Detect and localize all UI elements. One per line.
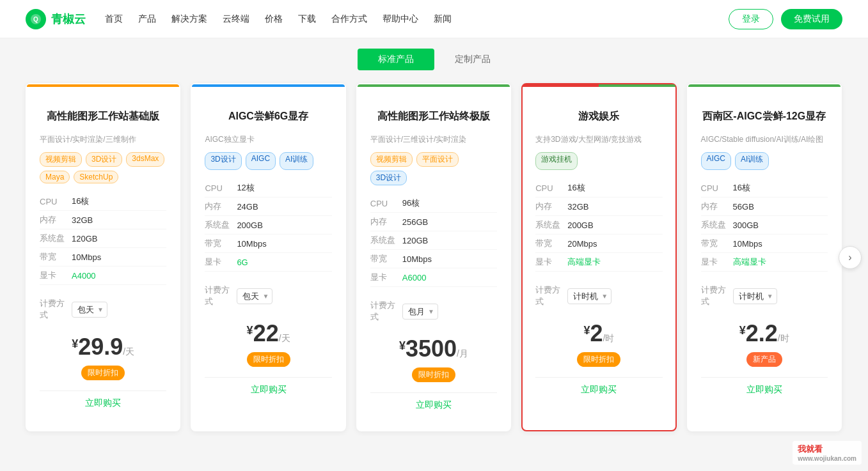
price-section: ¥22/天	[205, 320, 331, 347]
spec-label: CPU	[205, 183, 237, 193]
login-button[interactable]: 登录	[729, 9, 773, 29]
spec-value: A6000	[402, 273, 427, 282]
billing-label: 计费方式	[40, 298, 72, 321]
buy-button[interactable]: 立即购买	[205, 377, 331, 402]
spec-value: 120GB	[402, 236, 428, 245]
billing-row: 计费方式 计时机	[535, 279, 662, 313]
spec-label: 系统盘	[205, 219, 237, 231]
card-specs: CPU 96核 内存 256GB 系统盘 120GB 带宽 10Mbps	[370, 194, 497, 287]
spec-value: 96核	[402, 197, 420, 209]
nav-cloud-terminal[interactable]: 云终端	[223, 11, 249, 27]
price-display: ¥29.9/天	[40, 334, 166, 360]
buy-button[interactable]: 立即购买	[40, 390, 166, 415]
price-display: ¥22/天	[205, 320, 331, 347]
logo-icon: Q	[26, 9, 46, 29]
yuan-symbol: ¥	[739, 324, 746, 337]
spec-label: 系统盘	[40, 233, 72, 244]
card-subtitle: 平面设计/实时渲染/三维制作	[40, 134, 166, 146]
spec-row: 显卡 高端显卡	[535, 253, 662, 272]
buy-button[interactable]: 立即购买	[701, 377, 828, 402]
spec-label: 系统盘	[370, 235, 402, 246]
billing-select-wrapper: 包天	[237, 288, 272, 304]
next-button[interactable]: ›	[839, 246, 862, 269]
svg-text:Q: Q	[33, 16, 38, 23]
tag: AIGC	[701, 152, 731, 170]
billing-select[interactable]: 包月	[402, 304, 438, 320]
spec-value: 高端显卡	[567, 256, 601, 268]
billing-select[interactable]: 计时机	[567, 288, 612, 304]
discount-badge: 限时折扣	[412, 367, 455, 382]
price-number: ¥3500	[399, 336, 457, 362]
card-tags: 3D设计AIGCAI训练	[205, 152, 331, 170]
tab-custom[interactable]: 定制产品	[434, 49, 511, 70]
tag: 平面设计	[416, 152, 459, 167]
nav-help[interactable]: 帮助中心	[383, 11, 418, 27]
spec-label: 带宽	[535, 238, 567, 249]
spec-row: 系统盘 120GB	[40, 229, 166, 248]
spec-label: 带宽	[370, 253, 402, 265]
spec-row: 内存 32GB	[535, 197, 662, 216]
nav-home[interactable]: 首页	[105, 11, 123, 27]
billing-row: 计费方式 包天	[40, 293, 166, 326]
trial-button[interactable]: 免费试用	[781, 9, 842, 29]
billing-select[interactable]: 包天	[72, 302, 107, 318]
spec-value: 120GB	[72, 234, 97, 243]
spec-label: CPU	[370, 199, 402, 208]
buy-button[interactable]: 立即购买	[370, 392, 497, 417]
nav-solutions[interactable]: 解决方案	[171, 11, 207, 27]
spec-value: 高端显卡	[733, 256, 766, 268]
price-section: ¥3500/月	[370, 336, 497, 362]
billing-select[interactable]: 计时机	[733, 288, 777, 304]
card-top-bar	[192, 84, 344, 87]
spec-value: 10Mbps	[72, 252, 101, 262]
spec-row: 内存 24GB	[205, 197, 331, 216]
spec-row: 内存 32GB	[40, 211, 166, 229]
spec-row: 显卡 A6000	[370, 268, 497, 287]
tag: AI训练	[735, 152, 769, 170]
nav-news[interactable]: 新闻	[434, 11, 452, 27]
billing-label: 计费方式	[205, 284, 237, 307]
spec-row: 内存 56GB	[701, 197, 828, 216]
spec-value: 10Mbps	[237, 239, 266, 249]
spec-label: 内存	[535, 201, 567, 212]
billing-select-wrapper: 计时机	[733, 288, 777, 304]
spec-row: 带宽 10Mbps	[205, 235, 331, 253]
product-card-1: 高性能图形工作站基础版 平面设计/实时渲染/三维制作 视频剪辑3D设计3dsMa…	[26, 83, 180, 431]
watermark: 我就看 www.wojiukan.com	[793, 441, 862, 444]
nav-cooperation[interactable]: 合作方式	[331, 11, 367, 27]
billing-label: 计费方式	[535, 284, 567, 307]
card-subtitle: AIGC/Stable diffusion/AI训练/AI绘图	[701, 134, 828, 146]
nav-download[interactable]: 下载	[298, 11, 316, 27]
card-tags: 视频剪辑3D设计3dsMaxMayaSketchUp	[40, 152, 166, 183]
card-title: 高性能图形工作站基础版	[40, 102, 166, 130]
billing-select-wrapper: 包月	[402, 304, 438, 320]
price-section: ¥29.9/天	[40, 334, 166, 360]
spec-label: 带宽	[205, 238, 237, 249]
spec-value: 32GB	[567, 202, 588, 212]
price-unit: /天	[279, 333, 290, 343]
card-top-bar	[523, 84, 675, 87]
buy-button[interactable]: 立即购买	[535, 377, 662, 402]
spec-value: 10Mbps	[402, 254, 432, 264]
nav-products[interactable]: 产品	[138, 11, 156, 27]
billing-select[interactable]: 包天	[237, 288, 272, 304]
yuan-symbol: ¥	[583, 324, 590, 337]
card-title: AIGC尝鲜6G显存	[205, 102, 331, 130]
tag: AIGC	[246, 152, 276, 170]
price-number: ¥2	[583, 320, 603, 346]
card-top-bar	[27, 84, 179, 87]
tag: 游戏挂机	[535, 152, 578, 170]
product-card-2: AIGC尝鲜6G显存 AIGC独立显卡 3D设计AIGCAI训练 CPU 12核…	[191, 83, 345, 431]
spec-row: 内存 256GB	[370, 213, 497, 231]
price-number: ¥22	[247, 320, 279, 346]
yuan-symbol: ¥	[399, 339, 406, 353]
tab-standard[interactable]: 标准产品	[358, 49, 434, 70]
card-tags: 游戏挂机	[535, 152, 662, 170]
spec-value: 16核	[567, 182, 585, 194]
card-specs: CPU 16核 内存 32GB 系统盘 200GB 带宽 20Mbps	[535, 179, 662, 272]
discount-badge: 限时折扣	[81, 366, 125, 380]
nav-price[interactable]: 价格	[265, 11, 283, 27]
spec-row: CPU 96核	[370, 194, 497, 213]
tag: AI训练	[280, 152, 313, 170]
spec-label: 带宽	[701, 238, 733, 249]
